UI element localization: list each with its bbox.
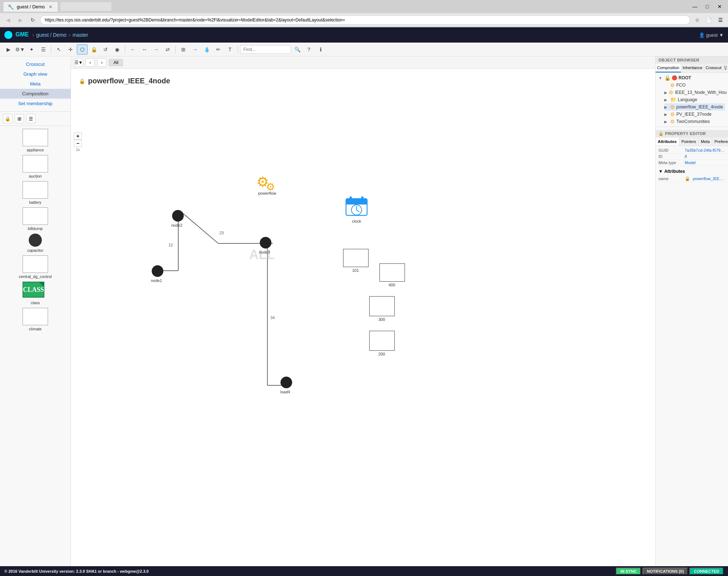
tree-item-ieee13[interactable]: ▶ ⚙ IEEE_13_Node_With_Hou (664, 89, 725, 96)
sidebar-item-composition[interactable]: Composition (0, 89, 71, 99)
pe-tab-attributes[interactable]: Attributes (656, 138, 679, 146)
reader-button[interactable]: 📄 (704, 15, 713, 25)
view-dropdown-button[interactable]: ☰▼ (74, 58, 83, 67)
sidebar-item-meta[interactable]: Meta (0, 79, 71, 89)
in-sync-badge[interactable]: IN SYNC (616, 568, 641, 575)
tree-item-powerflow[interactable]: ▶ ⚙ powerflow_IEEE_4node (664, 103, 725, 111)
dropdown-button[interactable]: ⚙▼ (15, 44, 25, 55)
zoom-in-button[interactable]: + (74, 132, 82, 140)
tab-close-button[interactable]: ✕ (48, 4, 53, 10)
sidebar-item-crosscut[interactable]: Crosscut (0, 59, 71, 69)
lock-tool[interactable]: 🔒 (88, 44, 99, 55)
tree-item-fco[interactable]: ⚙ FCO (664, 82, 725, 89)
active-tab[interactable]: 🔧 guest / Demo ✕ (3, 1, 58, 12)
play-button[interactable]: ▶ (3, 44, 14, 55)
notifications-badge[interactable]: NOTIFICATIONS [0] (643, 568, 688, 575)
tree-item-root[interactable]: ▼ 🔒 ROOT (659, 74, 725, 82)
pe-tab-preferences[interactable]: Preferences (712, 138, 728, 146)
zoom-out-button[interactable]: − (74, 140, 82, 147)
add-button[interactable]: ✦ (26, 44, 37, 55)
tree-item-language[interactable]: ▶ 📁 Language (664, 96, 725, 103)
tab-inheritance[interactable]: Inheritance (681, 64, 704, 72)
list-item[interactable]: CLASS class (3, 282, 68, 305)
arrow-right-tool[interactable]: → (151, 44, 162, 55)
tree-item-pvieee[interactable]: ▶ ⚙ PV_IEEE_37node (664, 111, 725, 118)
connected-badge[interactable]: CONNECTED (689, 568, 724, 575)
refresh-button[interactable]: ↻ (28, 15, 38, 25)
list-item[interactable]: central_dg_control (3, 255, 68, 279)
clock-icon[interactable]: clock (345, 194, 369, 223)
list-item[interactable]: climate (3, 308, 68, 331)
menu-button[interactable]: ☰ (716, 15, 725, 25)
list-item[interactable]: billdump (3, 207, 68, 231)
box-101[interactable] (343, 249, 369, 267)
sidebar-lock-button[interactable]: 🔒 (3, 114, 12, 123)
prop-val-metatype[interactable]: Model (685, 160, 725, 165)
list-item[interactable]: battery (3, 181, 68, 204)
prev-button[interactable]: ‹ (85, 58, 95, 67)
sidebar-list-button[interactable]: ☰ (26, 114, 36, 123)
sidebar-item-setmembership[interactable]: Set membership (0, 99, 71, 108)
breadcrumb-project[interactable]: guest / Demo (36, 32, 67, 38)
next-button[interactable]: › (97, 58, 107, 67)
box-400[interactable] (379, 263, 405, 282)
text-tool[interactable]: T (224, 44, 235, 55)
pen-tool[interactable]: ✏ (213, 44, 224, 55)
crosshair-tool[interactable]: ✛ (65, 44, 76, 55)
undo-tool[interactable]: ↺ (100, 44, 111, 55)
address-bar-row: ◀ ▶ ↻ ☆ 📄 ☰ (0, 13, 728, 27)
node2-circle[interactable] (172, 210, 184, 222)
toolbar-sep1 (51, 45, 51, 53)
forward-button[interactable]: ▶ (15, 15, 25, 25)
help-button[interactable]: ? (303, 44, 314, 55)
powerflow-icon[interactable]: ⚙⚙ powerflow (256, 171, 278, 195)
fco-icon: ⚙ (670, 82, 675, 88)
find-button[interactable]: 🔍 (292, 44, 303, 55)
property-editor-section: 🔒 PROPERTY EDITOR Attributes Pointers Me… (656, 130, 728, 182)
tree-label-language: Language (678, 97, 697, 102)
back-button[interactable]: ◀ (3, 15, 13, 25)
grid-tool[interactable]: ⊞ (178, 44, 189, 55)
pe-tab-pointers[interactable]: Pointers (679, 138, 699, 146)
canvas[interactable]: 🔒 powerflow_IEEE_4node + − 1x (71, 69, 655, 566)
find-input[interactable] (240, 45, 291, 54)
route-tool[interactable]: → (190, 44, 200, 55)
maximize-button[interactable]: □ (702, 1, 713, 12)
info-button[interactable]: ℹ (315, 44, 326, 55)
prop-row-guid: GUID 7a35b7cd-24fa-f579-... (656, 147, 728, 154)
arrow-left-tool[interactable]: ← (127, 44, 138, 55)
bookmark-button[interactable]: ☆ (692, 15, 702, 25)
list-item[interactable]: auction (3, 155, 68, 178)
node3-circle[interactable] (260, 237, 271, 249)
attributes-section-header[interactable]: ▼ Attributes (656, 167, 728, 175)
filter-button[interactable]: ⊽ (723, 64, 728, 72)
close-button[interactable]: ✕ (714, 1, 725, 12)
left-sidebar: Crosscut Graph view Meta Composition Set… (0, 56, 71, 566)
redo-tool[interactable]: ◉ (112, 44, 123, 55)
breadcrumb-branch[interactable]: master (73, 32, 88, 38)
align-tool[interactable]: ⇄ (162, 44, 173, 55)
box-200[interactable] (369, 331, 395, 351)
panel-toggle[interactable]: ☰ (38, 44, 49, 55)
address-input[interactable] (40, 15, 690, 25)
breadcrumb-sep1: › (32, 32, 34, 38)
arrow-both-tool[interactable]: ↔ (139, 44, 150, 55)
panel-spacer (656, 127, 728, 130)
minimize-button[interactable]: — (689, 1, 700, 12)
tab-composition[interactable]: Composition (656, 64, 681, 72)
sidebar-grid-button[interactable]: ⊞ (15, 114, 24, 123)
tree-item-twocomm[interactable]: ▶ ⚙ TwoCommunities (664, 118, 725, 125)
list-item[interactable]: appliance (3, 129, 68, 152)
pe-tab-meta[interactable]: Meta (699, 138, 712, 146)
list-item[interactable]: capacitor (3, 234, 68, 253)
load4-circle[interactable] (281, 377, 292, 388)
node1-circle[interactable] (152, 265, 163, 277)
tab-crosscut[interactable]: Crosscut (704, 64, 723, 72)
select-tool[interactable]: ↖ (53, 44, 64, 55)
fill-tool[interactable]: 💧 (201, 44, 212, 55)
prop-val-name[interactable]: powerflow_IEEE_4n (693, 176, 725, 181)
sidebar-item-graphview[interactable]: Graph view (0, 69, 71, 79)
rectangle-tool[interactable]: ⬡ (77, 44, 88, 55)
all-tab[interactable]: All (109, 59, 123, 66)
box-300[interactable] (369, 296, 395, 316)
